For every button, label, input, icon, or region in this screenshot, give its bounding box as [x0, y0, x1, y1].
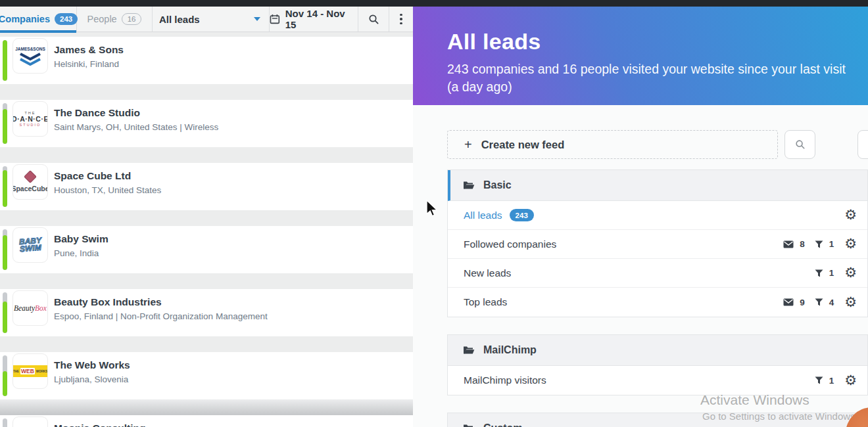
filter-count: 1 [829, 376, 834, 386]
company-name: The Web Works [54, 359, 130, 371]
gear-icon[interactable]: ⚙ [844, 266, 857, 280]
list-toolbar: Companies 243 People 16 All leads Nov 14… [0, 7, 413, 32]
filter-icon [815, 376, 823, 384]
feed-selector-dropdown[interactable]: All leads [153, 7, 270, 32]
company-location: Pune, India [54, 248, 108, 258]
search-icon [795, 139, 806, 150]
activate-windows-watermark: Activate Windows [700, 392, 809, 408]
search-button[interactable] [358, 7, 389, 32]
companies-count-badge: 243 [55, 13, 78, 25]
more-options-button[interactable] [389, 7, 413, 32]
gear-icon[interactable]: ⚙ [844, 374, 857, 388]
company-logo [12, 416, 48, 427]
search-feeds-button[interactable] [784, 130, 815, 159]
feed-row-all-leads[interactable]: All leads 243 ⚙ [448, 201, 867, 230]
activity-bar [3, 166, 7, 207]
chevrons-graphic [18, 51, 42, 66]
create-new-feed-button[interactable]: + Create new feed [447, 130, 778, 159]
view-mode-dropdown[interactable] [857, 130, 868, 159]
date-range-picker[interactable]: Nov 14 - Nov 15 [270, 7, 358, 32]
tab-people-label: People [87, 14, 117, 24]
email-count: 9 [800, 298, 805, 307]
company-logo: BABY SWIM [12, 227, 48, 263]
feed-actions: + Create new feed [447, 130, 868, 159]
section-mailchimp-header[interactable]: MailChimp [448, 335, 867, 366]
company-name: James & Sons [54, 44, 124, 56]
feed-row-followed-companies[interactable]: Followed companies 8 1 ⚙ [448, 230, 867, 259]
date-range-value: Nov 14 - Nov 15 [285, 8, 358, 30]
feed-row-top-leads[interactable]: Top leads 9 4 ⚙ [448, 288, 867, 317]
section-title: Basic [483, 179, 512, 191]
page-title: All leads [447, 29, 868, 55]
feeds-panel: All leads 243 companies and 16 people vi… [413, 7, 868, 427]
company-name: The Dance Studio [54, 107, 218, 119]
company-list: JAMES&SONS James & Sons Helsinki, Finlan… [0, 32, 413, 427]
list-item[interactable]: THEWEBWORKS The Web Works Ljubljana, Slo… [0, 352, 413, 399]
company-location: Espoo, Finland | Non-Profit Organization… [54, 311, 268, 321]
filter-count: 4 [829, 298, 834, 307]
tab-companies[interactable]: Companies 243 [0, 7, 77, 32]
feed-count-badge: 243 [510, 209, 534, 221]
email-count: 8 [800, 239, 805, 249]
cube-graphic [24, 170, 37, 183]
activity-bar [3, 40, 7, 81]
company-location: Helsinki, Finland [54, 59, 124, 69]
feed-selector-value: All leads [159, 14, 200, 25]
gear-icon[interactable]: ⚙ [844, 237, 857, 251]
feed-summary-line1: 243 companies and 16 people visited your… [447, 60, 868, 78]
feed-summary-line2: (a day ago) [447, 78, 868, 96]
email-icon [783, 240, 794, 248]
app-window: Companies 243 People 16 All leads Nov 14… [0, 0, 868, 427]
browser-chrome-strip [0, 0, 868, 7]
plus-icon: + [464, 137, 472, 152]
tab-companies-label: Companies [0, 14, 50, 24]
leads-list-panel: Companies 243 People 16 All leads Nov 14… [0, 7, 413, 427]
kebab-menu-icon [400, 14, 402, 25]
create-new-feed-label: Create new feed [481, 139, 565, 151]
company-name: Baby Swim [54, 233, 108, 245]
tab-people[interactable]: People 16 [77, 7, 153, 32]
list-item[interactable]: THE D·A·N·C·E STUDIO The Dance Studio Sa… [0, 100, 413, 147]
company-name: Beauty Box Industries [54, 296, 268, 308]
company-location: Saint Marys, OH, United States | Wireles… [54, 122, 218, 132]
activate-windows-hint: Go to Settings to activate Windows [702, 411, 856, 422]
folder-icon [463, 346, 475, 355]
list-item[interactable]: BeautyBox Beauty Box Industries Espoo, F… [0, 289, 413, 336]
company-location: Houston, TX, United States [54, 185, 161, 195]
feed-sections: Basic All leads 243 ⚙ Followed companies [447, 169, 868, 427]
filter-icon [815, 269, 823, 277]
list-item[interactable]: BABY SWIM Baby Swim Pune, India [0, 226, 413, 273]
chevron-down-icon [254, 17, 260, 21]
people-count-badge: 16 [122, 13, 142, 25]
activity-bar [3, 229, 7, 270]
company-logo: SpaceCube [12, 164, 48, 200]
folder-icon [463, 181, 475, 190]
section-basic: Basic All leads 243 ⚙ Followed companies [447, 169, 868, 317]
company-name: Moonis Consulting [54, 422, 145, 427]
filter-icon [815, 240, 823, 248]
list-item[interactable]: SpaceCube Space Cube Ltd Houston, TX, Un… [0, 163, 413, 210]
feed-row-mailchimp-visitors[interactable]: MailChimp visitors 1 ⚙ [448, 366, 867, 395]
filter-icon [815, 298, 823, 306]
feed-row-new-leads[interactable]: New leads 1 ⚙ [448, 259, 867, 288]
company-location: Ljubljana, Slovenia [54, 374, 130, 384]
feed-header: All leads 243 companies and 16 people vi… [413, 7, 868, 105]
company-logo: BeautyBox [12, 290, 48, 326]
calendar-icon [270, 14, 280, 24]
company-logo: THE D·A·N·C·E STUDIO [12, 101, 48, 137]
list-item[interactable]: JAMES&SONS James & Sons Helsinki, Finlan… [0, 37, 413, 84]
search-icon [368, 14, 379, 25]
filter-count: 1 [829, 239, 834, 249]
section-mailchimp: MailChimp MailChimp visitors 1 ⚙ [447, 334, 868, 395]
activity-bar [3, 355, 7, 396]
list-bottom-fade [0, 399, 413, 415]
folder-icon [463, 424, 475, 427]
company-logo: JAMES&SONS [12, 38, 48, 74]
gear-icon[interactable]: ⚙ [844, 296, 857, 309]
activity-bar [3, 103, 7, 144]
list-item[interactable]: Moonis Consulting [0, 415, 413, 427]
section-basic-header[interactable]: Basic [448, 170, 867, 201]
filter-count: 1 [829, 268, 834, 278]
activity-bar [3, 292, 7, 333]
gear-icon[interactable]: ⚙ [844, 208, 857, 222]
